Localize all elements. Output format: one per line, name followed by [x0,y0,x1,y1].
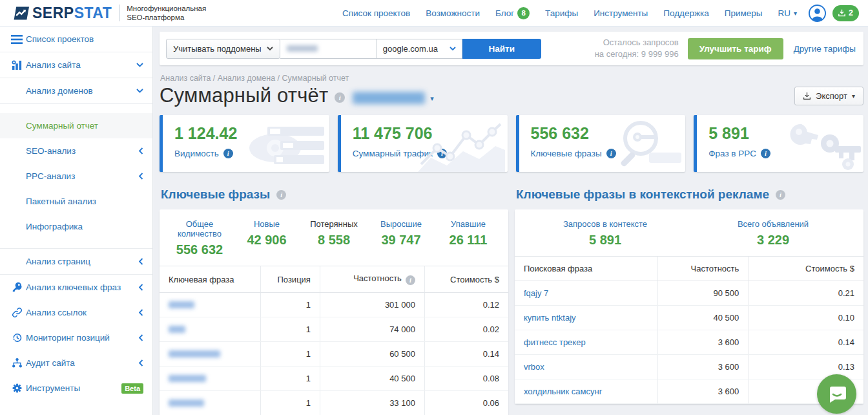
queries-quota: Осталось запросов на сегодня: 9 999 996 [595,37,679,59]
spacer [0,104,152,113]
table-row: 1 301 000 0.12 [160,293,508,317]
blurred-keyword-cell[interactable] [160,342,261,367]
serpstat-logo[interactable]: SERPSTAT [12,5,112,22]
credits-counter[interactable]: 2 [832,5,859,21]
nav-tariffs[interactable]: Тарифы [545,8,578,18]
keywords-stats: Общее количество556 632 Новые42 906 Поте… [160,209,508,266]
blurred-keyword-cell[interactable] [160,317,261,342]
ppc-table: Поисковая фраза Частотность Стоимость $ … [515,256,863,404]
download-icon [803,92,811,100]
stat-context-queries-link[interactable]: Запросов в контексте [521,219,689,229]
nav-support[interactable]: Поддержка [663,8,708,18]
col-frequency: Частотностьi [320,266,424,293]
search-engine-select[interactable]: google.com.ua [377,39,462,59]
stat-declined-link[interactable]: Упавшие [435,219,502,229]
blurred-domain-value [287,45,318,52]
keywords-label: Ключевые фразы [531,149,602,158]
keywords-table: Ключевая фраза Позиция Частотностьi Стои… [160,266,508,415]
nav-tools[interactable]: Инструменты [594,8,648,18]
nav-examples[interactable]: Примеры [725,8,763,18]
keyword-link[interactable]: холдильник самсунг [524,387,602,396]
visibility-watermark-icon [230,119,327,169]
stat-new-link[interactable]: Новые [233,219,300,229]
stat-lost-label: Потерянных [300,219,367,229]
stat-total-ads-link[interactable]: Всего объявлений [689,219,857,229]
card-visibility[interactable]: 1 124.42 Видимостьi [160,115,329,172]
chevron-down-icon[interactable]: ▾ [430,94,434,103]
upgrade-plan-button[interactable]: Улучшить тариф [688,38,783,59]
sidebar-item-keyword-analysis[interactable]: Анализ ключевых фраз [0,275,152,300]
blurred-keyword-cell[interactable] [160,293,261,317]
chevron-down-icon: ▾ [852,92,855,100]
blurred-keyword-cell[interactable] [160,391,261,415]
nav-features[interactable]: Возможности [426,8,480,18]
sidebar-item-domain-analysis[interactable]: Анализ доменов [0,78,152,103]
subdomain-mode-select[interactable]: Учитывать поддомены [166,39,280,59]
metric-cards: 1 124.42 Видимостьi 11 475 706 Суммарный… [160,115,863,172]
nav-blog[interactable]: Блог8 [495,7,530,19]
export-button[interactable]: Экспорт ▾ [794,87,863,105]
download-tray-icon [837,8,847,17]
info-icon[interactable]: i [776,190,785,200]
table-row: купить ntktajy 40 500 0.10 [515,306,863,330]
title-row: Суммарный отчёт i ▾ Экспорт ▾ [160,84,863,107]
language-selector[interactable]: RU▾ [778,8,798,18]
user-avatar[interactable] [809,5,826,22]
other-plans-link[interactable]: Другие тарифы [794,44,856,54]
sidebar-item-projects-list[interactable]: Список проектов [0,27,152,52]
sidebar-item-rank-tracking[interactable]: Мониторинг позиций [0,325,152,350]
keyword-link[interactable]: vrbox [524,362,544,372]
hamburger-menu-icon[interactable] [11,34,23,45]
sidebar-item-batch-analysis[interactable]: Пакетный анализ [0,189,152,214]
chevron-down-icon [136,89,143,93]
col-frequency: Частотность [657,257,748,281]
ppc-label: Фраз в PPC [708,149,756,158]
sidebar-item-ppc-analysis[interactable]: PPC-анализ [0,164,152,189]
info-icon[interactable]: i [406,275,415,285]
card-keywords[interactable]: 556 632 Ключевые фразыi [516,115,686,172]
credits-count: 2 [849,8,853,17]
chevron-down-icon: ▾ [794,10,797,17]
blog-count-badge: 8 [517,7,530,19]
domain-search-input[interactable] [280,39,377,59]
card-traffic[interactable]: 11 475 706 Суммарный трафикi [338,115,508,172]
logo-divider [119,5,120,21]
nav-projects-list[interactable]: Список проектов [342,8,410,18]
ppc-section-title: Ключевые фразы в контекстной рекламе [516,187,769,202]
spacer [0,239,152,248]
gear-icon [11,383,23,394]
info-icon[interactable]: i [335,92,345,103]
keyword-link[interactable]: купить ntktajy [524,313,576,323]
stat-total-link[interactable]: Общее количество [166,219,233,239]
sidebar-item-tools[interactable]: Инструменты Beta [0,376,152,401]
keyword-link[interactable]: фитнесс трекер [524,337,586,347]
chat-widget-button[interactable] [817,374,856,414]
sitemap-icon [11,357,23,369]
blurred-keyword-cell[interactable] [160,367,261,391]
keywords-section: Ключевые фразыi Общее количество556 632 … [160,187,508,415]
tagline-line1: Многофункциональная [127,4,206,13]
chevron-left-icon [139,147,143,154]
card-ppc-phrases[interactable]: 5 891 Фраз в PPCi [694,115,863,172]
sidebar-item-seo-analysis[interactable]: SEO-анализ [0,138,152,164]
search-button[interactable]: Найти [462,39,541,59]
beta-badge: Beta [121,383,143,394]
chevron-left-icon [139,173,143,180]
sidebar-item-infographics[interactable]: Инфографика [0,214,152,239]
site-analysis-icon [11,59,23,71]
stat-improved-link[interactable]: Выросшие [367,219,435,229]
tagline-line2: SEO-платформа [127,13,206,22]
sidebar-item-backlink-analysis[interactable]: Анализ ссылок [0,300,152,325]
keyword-link[interactable]: fqajy 7 [524,288,548,298]
logo-text-stat: STAT [74,5,112,22]
info-icon[interactable]: i [276,190,286,200]
sidebar-item-site-audit[interactable]: Аудит сайта [0,350,152,376]
blurred-domain-name[interactable] [353,92,425,104]
sidebar-item-summary-report[interactable]: Суммарный отчет [0,113,152,138]
info-icon[interactable]: i [761,149,770,158]
col-cost: Стоимость $ [424,266,508,293]
sidebar-item-pages-analysis[interactable]: Анализ страниц [0,249,152,274]
sidebar-item-site-analysis[interactable]: Анализ сайта [0,52,152,78]
chevron-down-icon [450,47,456,50]
table-row: холдильник самсунг 3 600 [515,379,863,404]
